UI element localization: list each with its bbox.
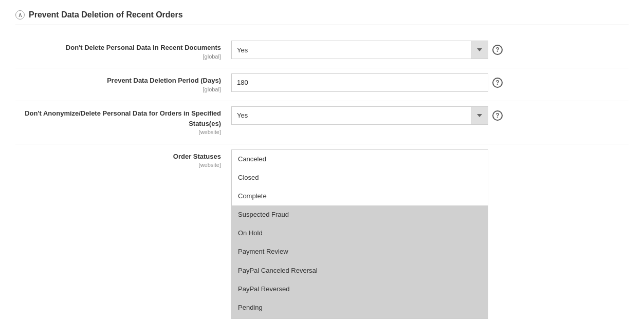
order-statuses-listbox[interactable]: CanceledClosedCompleteSuspected FraudOn … — [231, 149, 488, 319]
dont-delete-select[interactable]: Yes No — [231, 41, 488, 59]
order-statuses-scope: [website] — [15, 161, 221, 169]
prevention-period-input[interactable] — [231, 73, 488, 92]
dont-delete-select-wrapper: Yes No — [231, 41, 488, 59]
section-header: ∧ Prevent Data Deletion of Recent Orders — [15, 10, 629, 25]
dont-delete-label-cell: Don't Delete Personal Data in Recent Doc… — [15, 35, 231, 68]
dont-delete-label: Don't Delete Personal Data in Recent Doc… — [66, 44, 221, 51]
dont-anonymize-help-icon[interactable]: ? — [492, 110, 503, 121]
dont-anonymize-label: Don't Anonymize/Delete Personal Data for… — [25, 109, 221, 127]
dont-anonymize-select[interactable]: Yes No — [231, 106, 488, 125]
list-item[interactable]: Pending Payment — [232, 317, 488, 318]
order-statuses-listbox-wrapper: CanceledClosedCompleteSuspected FraudOn … — [231, 149, 488, 319]
order-statuses-field-cell: CanceledClosedCompleteSuspected FraudOn … — [231, 144, 629, 320]
prevention-period-field-cell: ? — [231, 68, 629, 97]
dont-anonymize-select-wrapper: Yes No — [231, 106, 488, 125]
list-item[interactable]: On Hold — [232, 224, 488, 242]
list-item[interactable]: Payment Review — [232, 242, 488, 261]
dont-delete-scope: [global] — [15, 53, 221, 61]
prevention-period-help-icon[interactable]: ? — [492, 78, 503, 88]
order-statuses-row: Order Statuses [website] CanceledClosedC… — [15, 144, 629, 320]
section-title: Prevent Data Deletion of Recent Orders — [29, 10, 183, 20]
dont-delete-field-cell: Yes No ? — [231, 35, 629, 64]
dont-anonymize-row: Don't Anonymize/Delete Personal Data for… — [15, 101, 629, 144]
dont-anonymize-scope: [website] — [15, 128, 221, 136]
order-statuses-label: Order Statuses — [173, 153, 221, 160]
dont-delete-row: Don't Delete Personal Data in Recent Doc… — [15, 35, 629, 68]
list-item[interactable]: Canceled — [232, 150, 488, 168]
dont-anonymize-field-cell: Yes No ? — [231, 101, 629, 130]
prevention-period-label-cell: Prevent Data Deletion Period (Days) [glo… — [15, 68, 231, 101]
prevention-period-row: Prevent Data Deletion Period (Days) [glo… — [15, 68, 629, 101]
list-item[interactable]: PayPal Reversed — [232, 280, 488, 298]
list-item[interactable]: Closed — [232, 168, 488, 187]
collapse-button[interactable]: ∧ — [15, 10, 25, 20]
list-item[interactable]: PayPal Canceled Reversal — [232, 261, 488, 280]
list-item[interactable]: Suspected Fraud — [232, 205, 488, 224]
list-item[interactable]: Pending — [232, 298, 488, 317]
dont-delete-help-icon[interactable]: ? — [492, 45, 503, 55]
prevention-period-scope: [global] — [15, 86, 221, 93]
list-item[interactable]: Complete — [232, 187, 488, 205]
dont-anonymize-label-cell: Don't Anonymize/Delete Personal Data for… — [15, 101, 231, 144]
order-statuses-label-cell: Order Statuses [website] — [15, 144, 231, 177]
prevention-period-label: Prevent Data Deletion Period (Days) — [107, 77, 221, 84]
collapse-icon: ∧ — [18, 11, 23, 18]
